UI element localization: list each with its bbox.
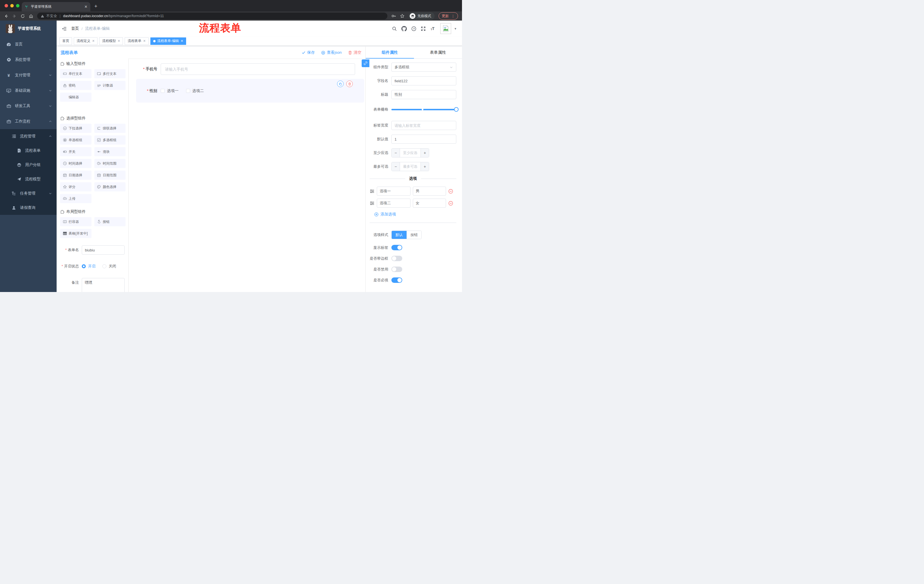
breadcrumb-home[interactable]: 首页 <box>71 26 79 31</box>
slider-handle[interactable] <box>454 107 459 112</box>
tag-close-icon[interactable]: ✕ <box>143 39 145 43</box>
slider-track[interactable] <box>391 109 456 110</box>
form-canvas[interactable]: 手机号 性别 选项一 选项二 <box>129 59 365 292</box>
sidebar-item-infrastructure[interactable]: 基础设施 <box>0 83 57 98</box>
github-icon[interactable] <box>401 26 407 31</box>
font-size-icon[interactable] <box>430 26 436 31</box>
save-button[interactable]: 保存 <box>302 50 315 55</box>
component-item-rate[interactable]: 评分 <box>60 182 91 191</box>
new-tab-button[interactable]: + <box>94 4 97 9</box>
bookmark-star-icon[interactable] <box>400 14 404 18</box>
component-item-radio-group[interactable]: 单选框组 <box>60 135 91 145</box>
add-option-button[interactable]: 添加选项 <box>374 212 456 217</box>
component-item-date-picker[interactable]: 日期选择 <box>60 171 91 180</box>
sidebar-item-system[interactable]: 系统管理 <box>0 52 57 67</box>
back-icon[interactable] <box>4 14 8 18</box>
browser-update-button[interactable]: 更新 ⋮ <box>439 12 458 20</box>
phone-field-input[interactable] <box>161 63 355 75</box>
password-key-icon[interactable] <box>391 14 396 18</box>
drag-handle-icon[interactable] <box>370 201 375 206</box>
canvas-field-phone[interactable]: 手机号 <box>129 63 365 75</box>
sidebar-item-process-management[interactable]: 流程管理 <box>0 129 57 143</box>
component-item-counter[interactable]: 计数器 <box>94 81 126 90</box>
reload-icon[interactable] <box>21 14 25 18</box>
with-border-switch[interactable] <box>391 256 402 261</box>
component-item-upload[interactable]: 上传 <box>60 194 91 203</box>
option-2-value-input[interactable] <box>413 199 446 208</box>
sidebar-item-home[interactable]: 首页 <box>0 36 57 52</box>
component-item-time-range[interactable]: 时间范围 <box>94 159 126 168</box>
sidebar-item-process-form[interactable]: 流程表单 <box>0 143 57 158</box>
sidebar-item-leave-query[interactable]: 请假查询 <box>0 201 57 215</box>
tag-close-icon[interactable]: ✕ <box>117 39 120 43</box>
field-name-input[interactable] <box>391 76 456 86</box>
option-1-value-input[interactable] <box>413 187 446 196</box>
component-item-select[interactable]: 下拉选择 <box>60 124 91 133</box>
user-avatar-placeholder[interactable] <box>440 23 451 34</box>
home-icon[interactable] <box>29 14 33 18</box>
tag-process-form-edit-active[interactable]: 流程表单-编辑✕ <box>150 38 186 45</box>
gender-option-2[interactable]: 选项二 <box>186 88 204 94</box>
zoom-window-button[interactable] <box>16 4 20 7</box>
minimize-window-button[interactable] <box>10 4 14 7</box>
drag-handle-icon[interactable] <box>370 189 375 194</box>
tab-form-props[interactable]: 表单属性 <box>414 46 462 58</box>
tag-process-model[interactable]: 流程模型✕ <box>99 38 123 45</box>
disabled-switch[interactable] <box>391 267 402 272</box>
tab-close-icon[interactable]: ✕ <box>84 5 87 9</box>
form-name-input[interactable] <box>82 245 125 255</box>
tag-close-icon[interactable]: ✕ <box>92 39 95 43</box>
option-style-default[interactable]: 默认 <box>392 231 406 239</box>
option-1-label-input[interactable] <box>377 187 411 196</box>
sidebar-item-workflow[interactable]: 工作流程 <box>0 114 57 129</box>
component-item-slider[interactable]: 滑块 <box>94 147 126 156</box>
component-item-switch[interactable]: 开关 <box>60 147 91 156</box>
stepper-decrease-button[interactable]: − <box>392 148 400 157</box>
sidebar-item-payment[interactable]: ¥ 支付管理 <box>0 67 57 83</box>
tab-component-props[interactable]: 组件属性 <box>366 46 414 58</box>
mac-traffic-lights[interactable] <box>5 4 20 7</box>
component-item-editor[interactable]: 编辑器 <box>60 92 91 102</box>
not-secure-label[interactable]: 不安全 <box>46 14 57 18</box>
component-item-time-picker[interactable]: 时间选择 <box>60 159 91 168</box>
component-item-checkbox-group[interactable]: 多选框组 <box>94 135 126 145</box>
min-select-placeholder[interactable]: 至少应选 <box>400 148 421 157</box>
user-menu-caret-icon[interactable]: ▼ <box>454 27 457 30</box>
search-icon[interactable] <box>392 26 397 31</box>
component-item-password[interactable]: 密码 <box>60 81 91 90</box>
max-select-placeholder[interactable]: 最多可选 <box>400 162 421 171</box>
title-input[interactable] <box>391 90 456 99</box>
component-item-single-text[interactable]: 单行文本 <box>60 69 91 78</box>
gender-option-1[interactable]: 选项一 <box>161 88 179 94</box>
status-off-radio[interactable] <box>102 264 106 268</box>
component-item-row-container[interactable]: 行容器 <box>60 217 91 226</box>
component-item-cascader[interactable]: 级联选择 <box>94 124 126 133</box>
component-item-color-picker[interactable]: 颜色选择 <box>94 182 126 191</box>
delete-component-button[interactable] <box>346 81 353 87</box>
status-off-label[interactable]: 关闭 <box>109 262 116 271</box>
component-item-date-range[interactable]: 日期范围 <box>94 171 126 180</box>
link-handle[interactable] <box>361 59 370 67</box>
component-type-select[interactable]: 多选框组 <box>391 63 456 72</box>
status-on-label[interactable]: 开启 <box>88 262 96 271</box>
tag-process-form[interactable]: 流程表单✕ <box>125 38 148 45</box>
remove-option-button[interactable] <box>448 189 453 194</box>
remove-option-button[interactable] <box>448 201 453 206</box>
tag-home[interactable]: 首页 <box>59 38 72 45</box>
sidebar-item-task-management[interactable]: 任务管理 <box>0 186 57 201</box>
option-2-label-input[interactable] <box>377 199 411 208</box>
form-grid-slider[interactable] <box>391 105 456 114</box>
view-json-button[interactable]: 查看json <box>321 50 342 55</box>
sidebar-item-process-model[interactable]: 流程模型 <box>0 172 57 186</box>
sidebar-fold-icon[interactable] <box>62 26 67 31</box>
duplicate-component-button[interactable] <box>337 81 344 87</box>
stepper-increase-button[interactable]: + <box>421 162 429 171</box>
label-width-input[interactable] <box>391 121 456 130</box>
help-icon[interactable] <box>411 26 416 31</box>
canvas-field-gender-selected[interactable]: 性别 选项一 选项二 <box>136 79 364 102</box>
browser-tab[interactable]: 芋道管理系统 ✕ <box>22 2 90 12</box>
component-item-table-dev[interactable]: 表格[开发中] <box>60 229 91 238</box>
component-item-multi-text[interactable]: 多行文本 <box>94 69 126 78</box>
stepper-increase-button[interactable]: + <box>421 148 429 157</box>
stepper-decrease-button[interactable]: − <box>392 162 400 171</box>
